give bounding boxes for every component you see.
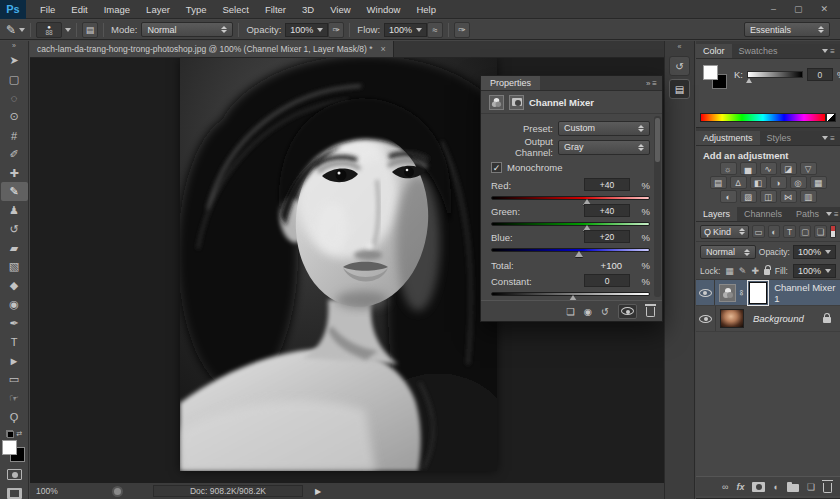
blue-slider-thumb[interactable] [575,251,583,257]
pressure-opacity-icon[interactable]: ✑ [328,22,344,38]
lock-all-icon[interactable] [764,269,770,275]
new-adjustment-layer-icon[interactable]: ◐ [773,482,778,492]
screen-mode-icon[interactable] [7,488,22,499]
monochrome-checkbox[interactable]: ✓ [491,162,502,173]
eraser-tool[interactable]: ▰ [1,239,28,258]
airbrush-icon[interactable]: ≈ [427,22,443,38]
scrollbar-thumb[interactable] [655,118,660,162]
invert-icon[interactable]: ◐ [720,190,737,203]
green-slider-track[interactable] [491,222,650,226]
layer-row-background[interactable]: Background [696,306,840,332]
brush-preset-arrow-icon[interactable] [65,28,71,32]
mask-icon[interactable] [509,95,524,110]
layer-fill-select[interactable]: 100% [793,264,836,278]
crop-tool[interactable]: # [1,126,28,145]
blend-mode-select[interactable]: Normal [141,22,233,37]
collapse-chevrons-icon[interactable]: » [646,79,650,88]
brightness-contrast-icon[interactable]: ☼ [720,162,737,175]
layer-blend-mode-select[interactable]: Normal [700,245,756,259]
red-value-field[interactable]: +40 [584,178,630,191]
filter-shape-layers-icon[interactable]: ▢ [799,225,812,238]
marquee-tool[interactable]: ▢ [1,70,28,89]
panel-menu-icon[interactable]: ≡ [826,207,840,221]
spot-healing-brush-tool[interactable]: ✚ [1,164,28,183]
brush-preset-picker[interactable]: ● 88 [36,22,62,38]
menu-layer[interactable]: Layer [138,0,178,19]
layer-visibility-eye-icon[interactable] [699,315,712,323]
eyedropper-tool[interactable]: ✐ [1,145,28,164]
quick-mask-icon[interactable] [7,469,22,480]
flow-select[interactable]: 100% [384,23,427,37]
close-document-icon[interactable]: × [381,44,386,54]
blue-value-field[interactable]: +20 [584,230,630,243]
hand-tool[interactable]: ☞ [1,389,28,408]
layer-name[interactable]: Channel Mixer 1 [774,282,840,304]
layer-visibility-eye-icon[interactable] [699,289,712,297]
lock-position-icon[interactable]: ✚ [751,266,759,276]
opacity-select[interactable]: 100% [285,23,328,37]
layer-opacity-select[interactable]: 100% [793,245,836,259]
color-lookup-icon[interactable]: ▦ [810,176,827,189]
history-brush-tool[interactable]: ↺ [1,220,28,239]
black-white-icon[interactable]: ◧ [750,176,767,189]
brush-tool[interactable]: ✎ [1,182,28,201]
tab-color[interactable]: Color [696,44,732,58]
toggle-brush-panel-button[interactable]: ▤ [82,22,98,38]
constant-value-field[interactable]: 0 [584,274,630,287]
filter-adjustment-layers-icon[interactable]: ◐ [768,225,781,238]
exposure-icon[interactable]: ◪ [780,162,797,175]
document-size-info[interactable]: Doc: 908.2K/908.2K [153,485,303,497]
k-slider[interactable] [747,71,803,78]
toggle-visibility-button[interactable] [618,304,637,319]
zoom-level-field[interactable]: 100% [36,486,70,496]
new-layer-icon[interactable]: ❏ [807,482,815,492]
reset-adjustment-icon[interactable]: ↺ [601,306,609,317]
panel-menu-icon[interactable]: ≡ [652,79,657,88]
quick-selection-tool[interactable]: ⊙ [1,107,28,126]
menu-edit[interactable]: Edit [63,0,95,19]
menu-filter[interactable]: Filter [257,0,294,19]
levels-icon[interactable]: ▅ [740,162,757,175]
layer-mask-thumbnail[interactable] [749,282,767,304]
background-layer-thumbnail[interactable] [720,309,744,328]
collapse-tools-chevron-icon[interactable]: » [12,41,16,51]
hue-saturation-icon[interactable]: ▤ [710,176,727,189]
color-balance-icon[interactable]: ∆ [730,176,747,189]
pen-tool[interactable]: ✒ [1,314,28,333]
properties-panel-icon[interactable]: ▤ [669,79,690,99]
red-slider-track[interactable] [491,196,650,200]
k-value-field[interactable]: 0 [807,68,833,81]
panel-menu-icon[interactable]: ≡ [822,131,840,145]
add-layer-mask-icon[interactable] [752,482,765,492]
color-spectrum-ramp[interactable] [700,113,826,122]
menu-type[interactable]: Type [178,0,215,19]
preset-select[interactable]: Custom [558,121,650,136]
vibrance-icon[interactable]: ▽ [800,162,817,175]
filter-pixel-layers-icon[interactable]: ▭ [752,225,765,238]
clip-to-layer-icon[interactable]: ❏ [566,306,575,317]
output-channel-select[interactable]: Gray [558,140,650,155]
channel-mixer-layer-thumbnail[interactable] [719,284,736,302]
document-tab[interactable]: cach-lam-da-trang-hong-trong-photoshop.j… [30,41,394,57]
layer-name[interactable]: Background [753,313,804,324]
tab-adjustments[interactable]: Adjustments [696,131,760,145]
tab-channels[interactable]: Channels [737,207,789,221]
current-brush-tool-icon[interactable]: ✎ [6,23,16,37]
menu-file[interactable]: File [32,0,63,19]
lock-pixels-icon[interactable]: ✎ [739,266,747,276]
new-group-icon[interactable] [787,484,799,492]
blue-slider-track[interactable] [491,248,650,252]
blur-tool[interactable]: ◆ [1,276,28,295]
menu-3d[interactable]: 3D [294,0,322,19]
filter-kind-select[interactable]: Ϙ Kind [700,225,749,239]
maximize-button[interactable]: ▢ [794,4,803,14]
posterize-icon[interactable]: ▨ [740,190,757,203]
history-panel-icon[interactable]: ↺ [669,56,690,76]
close-button[interactable]: ✕ [820,4,828,14]
green-value-field[interactable]: +40 [584,204,630,217]
tab-paths[interactable]: Paths [789,207,826,221]
curves-icon[interactable]: ∿ [760,162,777,175]
link-layers-icon[interactable]: ∞ [722,482,728,492]
delete-adjustment-icon[interactable] [646,307,655,317]
document-image[interactable] [180,58,497,471]
